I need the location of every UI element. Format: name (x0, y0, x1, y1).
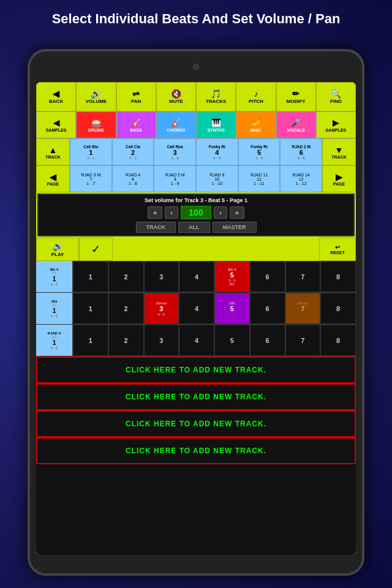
t1-cell-2[interactable]: 2 (108, 261, 144, 292)
beat-row-t2: 181 T2 1 1 - 1 1 2 Simon 3 1 - 1 4 (36, 293, 356, 325)
track-down-button[interactable]: ▼ TRACK (322, 138, 356, 165)
add-track-1[interactable]: CLICK HERE TO ADD NEW TRACK. (36, 356, 356, 383)
vol-track-tab[interactable]: TRACK (136, 222, 176, 233)
track-cell-2[interactable]: Call Cla 2 1 - 2 (112, 138, 154, 165)
add-track-2[interactable]: CLICK HERE TO ADD NEW TRACK. (36, 383, 356, 410)
t3-cell-4[interactable]: 4 (179, 325, 214, 356)
page-cell-12[interactable]: RJAD 14 12 1 - 12 (280, 165, 322, 192)
track-up-button[interactable]: ▲ TRACK (36, 138, 70, 165)
cell4-num: 4 (215, 149, 219, 156)
t2-cell-4[interactable]: 4 (179, 293, 214, 324)
page-left-button[interactable]: ◀ PAGE (36, 165, 70, 192)
vol-next-button[interactable]: › (214, 206, 227, 219)
t1-cell-3[interactable]: 3 (144, 261, 179, 292)
t3-cell-1[interactable]: 1 (73, 325, 108, 356)
mute-button[interactable]: 🔇 MUTE (156, 82, 196, 111)
t1-cell-5[interactable]: Bit 4 5 1 - 1 P1 (214, 261, 250, 292)
page12-num: 12 (299, 177, 304, 181)
volume-area: Set volume for Track 3 - Beat 5 - Page 1… (37, 194, 355, 236)
t3-cell-8[interactable]: 8 (320, 325, 356, 356)
track-cell-1[interactable]: Call Blu 1 1 - 1 (70, 138, 112, 165)
find-label: FIND (330, 99, 342, 104)
find-button[interactable]: 🔍 FIND (316, 82, 356, 111)
samples-right-button[interactable]: ▶ SAMPLES (316, 111, 356, 138)
synths-button[interactable]: 🎹 SYNTHS (196, 111, 236, 138)
track-cell-5[interactable]: Funky Ri 5 1 - 5 (238, 138, 281, 165)
cell5-num: 5 (257, 149, 261, 156)
vocals-button[interactable]: 🎤 VOCALS (276, 111, 316, 138)
t2-cell-1[interactable]: 1 (73, 293, 108, 324)
reset-button[interactable]: ↩ RESET (319, 238, 356, 261)
page-cell-9[interactable]: RJAD 5 M 9 1 - 9 (154, 165, 196, 192)
track-nav-row1: ▲ TRACK Call Blu 1 1 - 1 Call Cla 2 1 - … (36, 138, 356, 165)
play-button[interactable]: 🔊 PLAY (36, 238, 79, 261)
page-cell-11[interactable]: RJAD 11 11 1 - 11 (238, 165, 281, 192)
page9-sub: 1 - 9 (171, 181, 179, 186)
volume-icon: 🔊 (91, 89, 101, 98)
t3c3-num: 3 (159, 337, 163, 344)
page-cell-10[interactable]: RJAD 9 10 1 - 10 (196, 165, 238, 192)
page-cell-8[interactable]: RJAD 4 8 1 - 8 (112, 165, 154, 192)
back-icon: ◀ (53, 89, 59, 98)
vol-next-next-button[interactable]: » (230, 206, 244, 219)
misc-button[interactable]: 🎺 MISC (236, 111, 276, 138)
vol-master-tab[interactable]: MASTER (213, 222, 257, 233)
t3-cell-5[interactable]: 5 (214, 325, 250, 356)
vol-prev-button[interactable]: ‹ (165, 206, 178, 219)
t2-cell-7[interactable]: zSirius 7 1 - 1 (285, 293, 321, 324)
add-track-3[interactable]: CLICK HERE TO ADD NEW TRACK. (36, 410, 356, 437)
chords-button[interactable]: 🎸 CHORDS (156, 111, 196, 138)
page-cell-7[interactable]: RJAD 3 M 7 1 - 7 (70, 165, 112, 192)
page7-name: RJAD 3 M (81, 173, 100, 177)
track-label-t3: RJAD 4 T3 1 1 - 1 (36, 325, 73, 356)
t1-cells: 1 2 3 4 Bit 4 5 1 - 1 P1 6 7 8 (73, 261, 356, 292)
page-nav-row: ◀ PAGE RJAD 3 M 7 1 - 7 RJAD 4 8 1 - 8 (36, 165, 356, 192)
t2-cell-2[interactable]: 2 (108, 293, 144, 324)
t1-cell-1[interactable]: 1 (73, 261, 108, 292)
vol-prev-prev-button[interactable]: « (148, 206, 162, 219)
t1c7-num: 7 (301, 273, 304, 281)
drums-button[interactable]: 🥁 DRUMS (76, 111, 116, 138)
tracks-button[interactable]: 🎵 TRACKS (196, 82, 236, 111)
pitch-button[interactable]: ♪ PITCH (236, 82, 276, 111)
samples-left-button[interactable]: ◀ SAMPLES (36, 111, 76, 138)
t1c1-num: 1 (89, 273, 92, 281)
t3-cell-6[interactable]: 6 (250, 325, 285, 356)
t1-cell-6[interactable]: 6 (250, 261, 285, 292)
t1c3-num: 3 (159, 273, 163, 281)
t3-num: 1 (53, 339, 56, 346)
t3-cell-3[interactable]: 3 (144, 325, 179, 356)
track-cell-6[interactable]: RJAD 2 M 6 1 - 6 (280, 138, 322, 165)
page7-sub: 1 - 7 (86, 181, 95, 186)
page-right-button[interactable]: ▶ PAGE (322, 165, 356, 192)
volume-button[interactable]: 🔊 VOLUME (76, 82, 116, 111)
t1-cell-4[interactable]: 4 (179, 261, 214, 292)
t3-cell-7[interactable]: 7 (285, 325, 321, 356)
t2-cell-6[interactable]: 6 (250, 293, 285, 324)
vol-all-tab[interactable]: ALL (178, 222, 210, 233)
add-track-4[interactable]: CLICK HERE TO ADD NEW TRACK. (36, 437, 356, 464)
t2-cell-8[interactable]: 8 (320, 293, 356, 324)
t2-cell-5[interactable]: 181 5 1 - 1 (214, 293, 250, 324)
track-cell-3[interactable]: Call Roa 3 1 - 3 (154, 138, 196, 165)
t1-cell-8[interactable]: 8 (320, 261, 356, 292)
modify-button[interactable]: ✏ MODIFY (276, 82, 316, 111)
t2c4-num: 4 (195, 305, 198, 312)
t1-cell-7[interactable]: 7 (285, 261, 321, 292)
page10-name: RJAD 9 (209, 173, 224, 177)
cell6-name: RJAD 2 M (292, 145, 311, 149)
cell4-name: Funky Ri (209, 145, 225, 149)
track-cell-4[interactable]: Funky Ri 4 1 - 4 (196, 138, 238, 165)
check-button[interactable]: ✓ (79, 238, 113, 261)
t3c4-num: 4 (195, 337, 198, 344)
t3-cell-2[interactable]: 2 (108, 325, 144, 356)
t2-cell-3[interactable]: Simon 3 1 - 1 (144, 293, 179, 324)
mute-icon: 🔇 (171, 89, 181, 98)
t2-sub: 1 - 1 (51, 314, 58, 318)
bass-button[interactable]: 🎸 BASS (116, 111, 156, 138)
pan-button[interactable]: ⇌ PAN (116, 82, 156, 111)
t2c7-sub: 1 - 1 (300, 312, 306, 316)
play-label: PLAY (51, 252, 64, 257)
back-button[interactable]: ◀ BACK (36, 82, 76, 111)
cell2-sub: 1 - 2 (129, 156, 137, 160)
